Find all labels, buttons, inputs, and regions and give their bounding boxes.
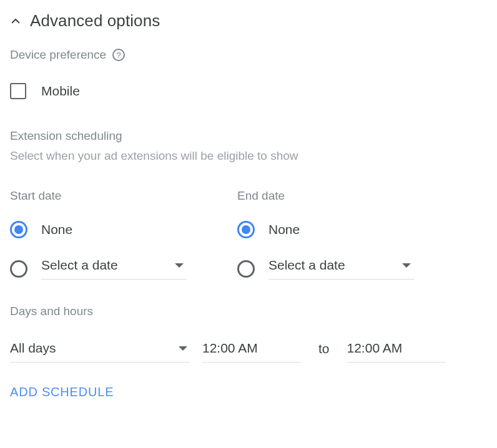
end-date-none-label: None xyxy=(268,222,300,237)
start-date-column: Start date None Select a date xyxy=(10,189,187,280)
dropdown-icon xyxy=(402,263,411,268)
to-label: to xyxy=(313,341,335,363)
end-date-select-label: Select a date xyxy=(268,258,345,273)
days-select[interactable]: All days xyxy=(10,341,190,363)
add-schedule-button[interactable]: ADD SCHEDULE xyxy=(10,385,487,399)
end-date-select-dropdown[interactable]: Select a date xyxy=(268,258,415,280)
start-time-input[interactable]: 12:00 AM xyxy=(202,341,301,363)
mobile-checkbox-label: Mobile xyxy=(41,84,80,99)
mobile-checkbox[interactable] xyxy=(10,83,26,99)
end-date-none-radio[interactable] xyxy=(237,221,255,238)
end-date-none-row[interactable]: None xyxy=(237,219,415,240)
start-date-label: Start date xyxy=(10,189,187,203)
start-date-select-radio[interactable] xyxy=(10,260,27,278)
schedule-row: All days 12:00 AM to 12:00 AM xyxy=(10,341,487,363)
days-hours-label: Days and hours xyxy=(10,304,487,318)
end-time-value: 12:00 AM xyxy=(347,341,403,356)
start-date-none-label: None xyxy=(41,222,72,237)
extension-scheduling-description: Select when your ad extensions will be e… xyxy=(10,149,487,163)
mobile-checkbox-row[interactable]: Mobile xyxy=(10,83,487,99)
end-date-label: End date xyxy=(237,189,415,203)
dropdown-icon xyxy=(175,263,184,268)
days-select-value: All days xyxy=(10,341,56,356)
start-date-select-row[interactable]: Select a date xyxy=(10,258,187,280)
chevron-up-icon xyxy=(10,16,21,27)
start-date-none-radio[interactable] xyxy=(10,221,27,238)
dropdown-icon xyxy=(179,346,187,351)
help-icon[interactable]: ? xyxy=(112,49,125,61)
start-date-select-label: Select a date xyxy=(41,258,118,273)
end-date-select-radio[interactable] xyxy=(237,260,255,278)
date-columns: Start date None Select a date End date N… xyxy=(10,189,487,280)
start-date-none-row[interactable]: None xyxy=(10,219,187,240)
end-date-select-row[interactable]: Select a date xyxy=(237,258,415,280)
section-title: Advanced options xyxy=(30,11,160,31)
start-time-value: 12:00 AM xyxy=(202,341,258,356)
end-date-column: End date None Select a date xyxy=(237,189,415,280)
start-date-select-dropdown[interactable]: Select a date xyxy=(41,258,187,280)
end-time-input[interactable]: 12:00 AM xyxy=(347,341,446,363)
device-preference-label: Device preference xyxy=(10,48,106,62)
extension-scheduling-title: Extension scheduling xyxy=(10,129,487,143)
device-preference-label-row: Device preference ? xyxy=(10,48,487,62)
advanced-options-header[interactable]: Advanced options xyxy=(10,11,487,31)
